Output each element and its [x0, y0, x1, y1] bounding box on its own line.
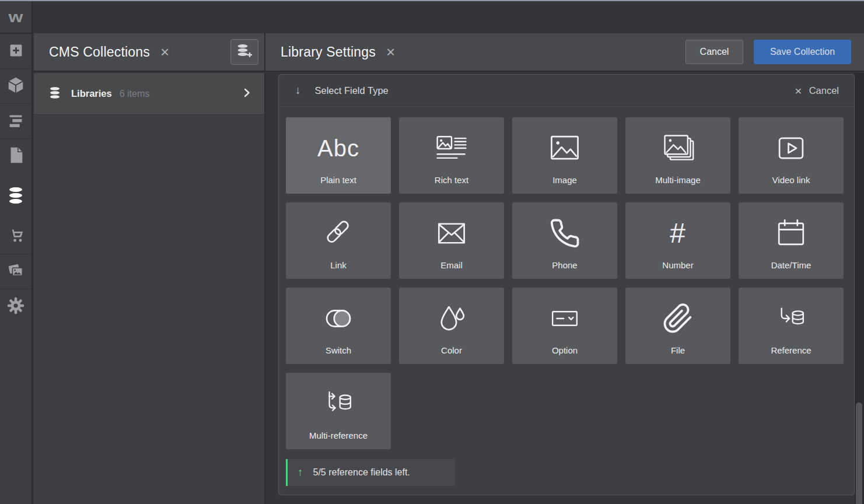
video-link-icon: [774, 117, 808, 175]
link-icon: [321, 202, 355, 260]
chevron-right-icon: [242, 88, 251, 100]
multi-reference-icon: [321, 373, 355, 430]
cms-collections-panel: Libraries 6 items: [34, 73, 265, 504]
field-type-grid: AbcPlain textRich textImageMulti-imageVi…: [279, 107, 854, 449]
field-tile-label: Rich text: [435, 175, 468, 185]
arrow-down-icon: ↓: [295, 84, 301, 97]
scrollbar-thumb[interactable]: [856, 402, 862, 504]
field-tile-image[interactable]: Image: [512, 117, 617, 194]
sidebar-item-add-elements[interactable]: [0, 34, 32, 69]
sidebar-item-cms[interactable]: [0, 179, 32, 214]
webflow-logo[interactable]: w: [0, 1, 32, 34]
email-icon: [435, 202, 468, 260]
field-tile-video-link[interactable]: Video link: [739, 117, 844, 194]
settings-panel-title: Library Settings: [281, 44, 376, 60]
field-tile-label: Switch: [326, 345, 351, 355]
collection-item-count: 6 items: [120, 89, 150, 99]
panel-headers: CMS Collections × Library Settings × Can…: [34, 33, 864, 72]
color-icon: [435, 288, 468, 345]
plain-text-icon: Abc: [317, 117, 359, 175]
field-tile-phone[interactable]: Phone: [512, 202, 617, 279]
database-icon: [5, 185, 26, 208]
database-plus-icon: [236, 43, 253, 61]
collection-name: Libraries: [71, 88, 112, 99]
sidebar-item-ecommerce[interactable]: [0, 219, 32, 254]
field-tile-label: Image: [552, 175, 577, 185]
window-top-edge: [0, 0, 864, 1]
field-type-picker: ↓ Select Field Type × Cancel AbcPlain te…: [278, 74, 855, 495]
multi-image-icon: [660, 117, 695, 175]
field-picker-title: Select Field Type: [315, 85, 389, 96]
field-tile-label: Number: [662, 260, 693, 270]
field-tile-label: Multi-reference: [309, 430, 368, 440]
sidebar-item-settings[interactable]: [0, 289, 32, 324]
datetime-icon: [774, 202, 808, 260]
page-icon: [6, 145, 26, 167]
layers-icon: [6, 110, 26, 132]
number-icon: #: [670, 202, 686, 260]
field-tile-label: Video link: [772, 175, 810, 185]
field-tile-color[interactable]: Color: [399, 288, 504, 364]
reference-fields-status: ↑ 5/5 reference fields left.: [286, 459, 455, 486]
field-tile-switch[interactable]: Switch: [286, 288, 391, 364]
left-toolbar: w: [0, 1, 33, 504]
reference-icon: [774, 288, 808, 345]
field-tile-label: Multi-image: [655, 175, 701, 185]
sidebar-item-assets[interactable]: [0, 254, 32, 289]
plus-icon: [6, 40, 26, 62]
database-icon: [48, 86, 62, 102]
field-tile-file[interactable]: File: [625, 288, 730, 364]
field-tile-label: Link: [330, 260, 347, 270]
field-tile-plain-text[interactable]: AbcPlain text: [286, 117, 391, 194]
field-picker-cancel[interactable]: Cancel: [809, 85, 839, 96]
option-icon: [548, 288, 582, 345]
switch-icon: [321, 288, 355, 345]
cms-collections-header: CMS Collections ×: [34, 33, 265, 71]
cart-icon: [6, 226, 26, 248]
field-tile-email[interactable]: Email: [399, 202, 504, 279]
sidebar-item-navigator[interactable]: [0, 104, 32, 139]
field-tile-number[interactable]: #Number: [625, 202, 730, 279]
field-tile-label: Plain text: [320, 175, 356, 185]
rich-text-icon: [434, 117, 469, 175]
field-tile-label: Phone: [552, 260, 577, 270]
field-tile-multi-reference[interactable]: Multi-reference: [286, 373, 391, 449]
field-tile-label: Date/Time: [771, 260, 811, 270]
cms-panel-title: CMS Collections: [49, 44, 150, 60]
phone-icon: [549, 202, 580, 260]
cube-icon: [6, 75, 26, 97]
field-tile-link[interactable]: Link: [286, 202, 391, 279]
gear-icon: [6, 296, 26, 318]
field-tile-label: Option: [552, 345, 578, 355]
field-picker-header: ↓ Select Field Type × Cancel: [279, 75, 854, 107]
library-settings-header: Library Settings × Cancel Save Collectio…: [265, 33, 864, 71]
images-icon: [6, 261, 26, 283]
field-tile-rich-text[interactable]: Rich text: [399, 117, 504, 194]
field-tile-date-time[interactable]: Date/Time: [739, 202, 844, 279]
field-tile-label: Color: [441, 345, 462, 355]
close-settings-panel-icon[interactable]: ×: [386, 44, 395, 60]
webflow-logo-glyph: w: [9, 9, 23, 24]
arrow-up-icon: ↑: [298, 466, 303, 479]
sidebar-item-components[interactable]: [0, 69, 32, 104]
image-icon: [548, 117, 582, 175]
collection-row-libraries[interactable]: Libraries 6 items: [34, 73, 264, 115]
library-settings-panel: ↓ Select Field Type × Cancel AbcPlain te…: [267, 73, 864, 504]
save-collection-button[interactable]: Save Collection: [754, 40, 851, 64]
field-picker-close-icon[interactable]: ×: [795, 85, 802, 97]
sidebar-item-pages[interactable]: [0, 139, 32, 174]
file-icon: [662, 288, 694, 345]
field-tile-label: Email: [440, 260, 463, 270]
close-cms-panel-icon[interactable]: ×: [160, 44, 169, 60]
field-tile-label: File: [671, 345, 685, 355]
field-tile-multi-image[interactable]: Multi-image: [625, 117, 730, 194]
cancel-button[interactable]: Cancel: [685, 40, 743, 64]
field-tile-label: Reference: [771, 345, 811, 355]
field-tile-option[interactable]: Option: [512, 288, 617, 364]
add-collection-button[interactable]: [230, 39, 258, 65]
status-text: 5/5 reference fields left.: [313, 467, 410, 478]
field-tile-reference[interactable]: Reference: [739, 288, 844, 364]
